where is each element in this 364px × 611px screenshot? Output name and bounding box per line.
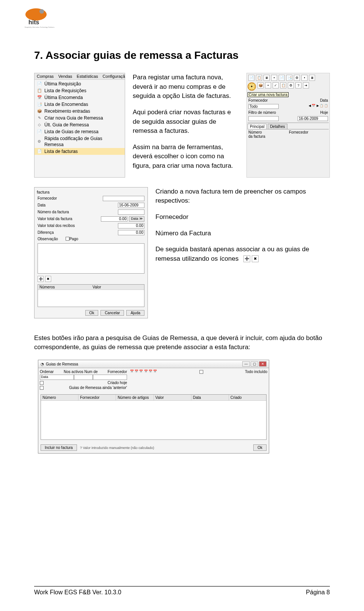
toolbar-icon[interactable]: 📄 [279,75,285,81]
btn-ok[interactable]: Ok [85,310,99,316]
menu-item-icon: 📑 [37,102,42,107]
chk-anteriores[interactable] [40,386,44,390]
btn-ajuda[interactable]: Ajuda [126,310,144,316]
input-data[interactable]: 16-06-2009 [118,203,144,208]
col-numeros: Números [38,285,91,290]
menu-item[interactable]: 📅Última Encomenda [35,94,125,101]
menu-item[interactable]: ⚙Rápida codificação de Guias Remessa [35,135,125,148]
svg-point-1 [39,9,44,14]
lbl-observacao: Observação [38,237,58,242]
toolbar-icon[interactable]: • [301,75,308,81]
footer-left: Work Flow EGS F&B Ver. 10.3.0 [34,589,121,596]
toolbar-icon[interactable]: 📋 [280,82,286,88]
add-guia-icon[interactable]: ➕ [38,276,44,282]
date-nav-icons[interactable]: ◀ 📅 ▶ 📋 📋 [309,104,328,109]
menu-compras[interactable]: Compras [35,73,56,79]
menu-item-label: Última Requisição [44,81,81,87]
tb-hoje-date[interactable]: 16-06-2009 [298,116,328,121]
col-fornecedor: Fornecedor [78,395,116,400]
dropdown-ordenar[interactable]: Data [40,375,74,380]
remove-guia-icon-inline[interactable]: ✖ [252,255,259,262]
menu-estatisticas[interactable]: Estatísticas [74,73,100,79]
paragraph-1: Para registar uma factura nova, deverá i… [133,73,239,101]
lbl-data: Data [38,203,46,207]
toolbar-icon[interactable]: 🖥 [264,75,270,81]
tb-tabs: Principal Detalhes [248,123,329,129]
paragraph-4: Criando a nova factura tem de preencher … [155,187,330,206]
lbl-numero: Número da factura [38,210,69,214]
lbl-valortotal: Valor total da factura [38,217,72,221]
toolbar-icon[interactable]: ⚙ [288,82,294,88]
chk-criadohoje[interactable] [40,381,44,385]
toolbar-icon[interactable]: ⚙ [294,75,300,81]
input-numero[interactable] [118,209,144,215]
toolbar-icon[interactable]: 📋 [256,75,262,81]
tb-fornecedor-label: Fornecedor [248,98,268,102]
lbl-fornecedor: Fornecedor [38,196,57,200]
menu-item-label: Lista de Guias de remessa [44,129,99,135]
chk-pago[interactable] [66,237,69,241]
menu-item[interactable]: 📄Lista de Guias de remessa [35,128,125,135]
btn-data[interactable]: Data ≫ [129,216,144,222]
menu-item-icon: 📋 [37,88,42,93]
menu-item[interactable]: 📋Lista de Requisições [35,87,125,94]
toolbar-icon[interactable]: ✓ [273,82,279,88]
paragraph-7: De seguida bastará apenas associar a ou … [155,245,330,263]
lbl-diferenca: Diferença [38,230,54,235]
toolbar-icon[interactable]: ➜ [303,82,309,88]
input-diferenca: 0.00 [118,230,144,235]
date-row-icons[interactable]: 📅 📅 📅 📅 📅 📅 [130,370,157,373]
menu-item-icon: ⚙ [37,139,42,144]
toolbar-icon[interactable]: 📦 [257,82,264,88]
menu-item[interactable]: 📄Última Requisição [35,80,125,87]
menu-item[interactable]: 📑Lista de Encomendas [35,101,125,108]
col-fornecedor: Fornecedor [288,129,329,139]
input-fornecedor[interactable] [103,196,144,201]
remove-guia-icon[interactable]: ✖ [45,276,51,282]
min-button[interactable]: — [242,361,250,367]
add-guia-icon-inline[interactable]: ➕ [243,255,250,262]
menu-bar: Compras Vendas Estatísticas Configuraçã [35,73,125,80]
toolbar-icon[interactable]: ? [295,82,301,88]
new-invoice-icon[interactable]: ✦ [249,83,255,90]
menu-item-label: Última Encomenda [44,94,83,101]
menu-config[interactable]: Configuraçã [100,73,127,79]
toolbar-icon[interactable]: • [265,82,271,88]
new-invoice-icon-highlight: ✦ [248,82,256,91]
col-numero: Número [41,395,78,400]
toolbar-icon[interactable]: • [271,75,277,81]
tb-filtro-input[interactable] [248,116,279,121]
menu-item[interactable]: ◇Últ. Guia de Remessa [35,121,125,128]
toolbar-icon[interactable]: 🖥 [309,75,315,81]
btn-incluir[interactable]: Incluir no factura [41,444,77,451]
input-valortotal[interactable]: 0.00 [101,216,127,222]
textarea-observacao[interactable] [38,243,144,274]
menu-item-label: Lista de Encomendas [44,101,88,107]
toolbar-icon-row-1: 📄 📋 🖥 • 📄 📑 ⚙ • 🖥 [248,74,329,82]
tab-principal[interactable]: Principal [248,124,267,129]
menu-item[interactable]: 📄Lista de facturas [35,148,125,155]
tb-hoje-label: Hoje [320,110,328,115]
page-footer: Work Flow EGS F&B Ver. 10.3.0 Página 8 [34,586,330,596]
close-button[interactable]: ✕ [259,361,267,367]
paragraph-8: Estes botões irão para a pesquisa de Gui… [34,334,330,352]
chk-todoincluido[interactable] [199,370,203,374]
section-heading: 7. Associar guias de remessa a Facturas [34,49,330,61]
menu-item-icon: 📄 [37,81,42,87]
toolbar-icon[interactable]: 📄 [248,75,254,81]
toolbar-icon[interactable]: 📑 [286,75,292,81]
dropdown-fornecedor[interactable] [93,375,127,380]
lbl-ordenar: Ordenar [40,370,54,374]
associate-icons: ➕ ✖ [243,255,259,262]
tb-fornecedor-dropdown[interactable]: Todo [248,104,279,109]
col-numero-factura: Número da factura [248,129,288,139]
btn-ok2[interactable]: Ok [253,444,267,451]
input-nosactivos[interactable] [74,375,93,380]
menu-vendas[interactable]: Vendas [56,73,75,79]
menu-item[interactable]: ✎Criar nova Guia de Remessa [35,115,125,121]
col-criado: Criado [229,395,266,400]
max-button[interactable]: ▢ [251,361,258,367]
btn-cancel[interactable]: Cancelar [100,310,124,316]
menu-item[interactable]: 📦Recebimento entradas [35,108,125,115]
tab-detalhes[interactable]: Detalhes [268,124,287,129]
